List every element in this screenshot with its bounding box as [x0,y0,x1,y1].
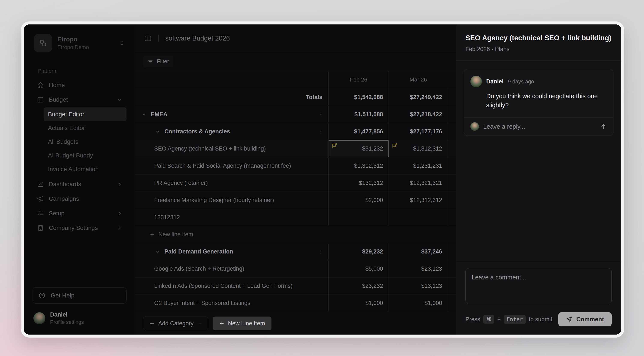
comment-body: Do you think we could negotiate this one… [486,92,607,110]
cell-value[interactable]: $12,321,321 [388,174,448,192]
sidebar-item-all-budgets[interactable]: All Budgets [44,135,126,149]
column-sliver [448,260,456,277]
new-line-item-button[interactable]: New Line Item [212,316,272,330]
profile-settings[interactable]: Daniel Profile settings [32,311,126,325]
panel-toggle-icon[interactable] [144,34,152,43]
cell-value[interactable]: $1,511,088 [328,106,388,123]
kebab-icon[interactable] [318,129,324,134]
cell-value[interactable]: $27,218,422 [388,106,448,123]
sidebar-item-home[interactable]: Home [32,78,126,92]
new-line-item-row-button[interactable]: New line item [135,226,456,243]
column-header-feb[interactable]: Feb 26 [328,71,388,89]
chevron-down-icon[interactable] [155,249,160,255]
group-label[interactable]: EMEA [151,111,168,118]
cell-value[interactable]: $1,000 [388,295,448,312]
sidebar-item-label: Setup [49,210,64,217]
cell-value[interactable]: $2,000 [328,192,388,209]
sidebar-item-label: Company Settings [49,225,98,231]
cell-value[interactable]: $1,312,312 [328,157,388,174]
line-item-label[interactable]: Google Ads (Search + Retargeting) [135,260,328,277]
group-label-cell: Paid Demand Generation [135,243,328,260]
org-text: Etropo Etropo Demo [58,36,114,50]
org-switcher[interactable]: Etropo Etropo Demo [32,34,126,52]
sidebar-item-label: AI Budget Buddy [48,152,93,159]
cell-value[interactable]: $5,000 [328,260,388,277]
cell-value[interactable]: $29,232 [328,243,388,260]
sidebar-item-company-settings[interactable]: Company Settings [32,221,126,235]
budget-subnav: Budget Editor Actuals Editor All Budgets… [44,107,126,176]
sidebar-item-setup[interactable]: Setup [32,206,126,221]
line-item-label[interactable]: Freelance Marketing Designer (hourly ret… [135,192,328,209]
cmd-keycap: ⌘ [483,315,494,324]
cell-value[interactable]: $1,231,231 [388,157,448,174]
reply-submit-button[interactable] [600,123,607,130]
comment-header: Daniel 9 days ago [470,76,607,87]
cell-value[interactable]: $37,246 [388,243,448,260]
line-item-label[interactable]: LinkedIn Ads (Sponsored Content + Lead G… [135,277,328,294]
get-help-label: Get Help [51,292,74,299]
cell-value[interactable]: $13,123 [388,277,448,294]
sidebar-item-budget[interactable]: Budget [32,92,126,107]
line-item-label[interactable]: SEO Agency (technical SEO + link buildin… [135,140,328,157]
sidebar-item-label: Campaigns [49,195,79,202]
line-item-label[interactable]: Paid Search & Paid Social Agency (manage… [135,157,328,174]
cell-value[interactable]: $23,232 [328,277,388,294]
sidebar-item-invoice-automation[interactable]: Invoice Automation [44,162,126,176]
comment-submit-button[interactable]: Comment [558,312,612,326]
line-item-label[interactable]: G2 Buyer Intent + Sponsored Listings [135,295,328,312]
get-help-button[interactable]: Get Help [32,287,126,304]
sidebar-item-label: Invoice Automation [48,166,99,173]
column-sliver [448,71,456,89]
cell-value[interactable]: $1,000 [328,295,388,312]
reply-input[interactable]: Leave a reply... [483,123,596,130]
sidebar-item-label: Home [49,82,65,89]
group-label[interactable]: Paid Demand Generation [164,248,233,255]
chevron-down-icon[interactable] [155,129,160,134]
panel-subtitle: Feb 2026 · Plans [466,46,612,53]
sidebar-item-label: Dashboards [49,181,81,188]
sidebar-item-actuals-editor[interactable]: Actuals Editor [44,121,126,135]
cell-value-empty[interactable] [328,209,388,226]
home-icon [37,82,44,89]
cell-value[interactable]: $1,312,312 [388,140,448,157]
add-category-button[interactable]: Add Category [143,316,208,330]
kebab-icon[interactable] [318,112,324,117]
table-footer: Add Category New Line Item [135,312,456,334]
comment-flag-icon[interactable] [392,143,398,149]
sidebar-item-budget-editor[interactable]: Budget Editor [44,107,126,121]
totals-feb: $1,542,088 [328,89,388,106]
reply-row: Leave a reply... [464,117,613,135]
table-row-group-emea: EMEA $1,511,088 $27,218,422 [135,106,456,123]
hint-suffix: to submit [529,316,552,323]
filter-button[interactable]: Filter [143,56,174,67]
hint-prefix: Press [466,316,480,323]
kebab-icon[interactable] [318,249,324,255]
submit-hint: Press ⌘ + Enter to submit [466,315,552,324]
panel-title: SEO Agency (technical SEO + link buildin… [466,34,612,42]
table-row-g2-buyer-intent: G2 Buyer Intent + Sponsored Listings $1,… [135,295,456,312]
chevron-down-icon[interactable] [141,112,147,117]
plus-icon [150,232,155,237]
comment-author: Daniel [486,78,504,85]
cell-value[interactable]: $132,312 [328,174,388,192]
cell-value[interactable]: $23,123 [388,260,448,277]
cell-value-empty[interactable] [388,209,448,226]
line-item-label[interactable]: PR Agency (retainer) [135,174,328,192]
comment-input[interactable] [466,268,612,304]
comment-panel-header: SEO Agency (technical SEO + link buildin… [456,25,621,61]
cell-value[interactable]: $27,177,176 [388,123,448,140]
comment-flag-icon[interactable] [332,143,338,149]
table-header-row: Feb 26 Mar 26 [135,71,456,89]
cell-value[interactable]: $12,312,312 [388,192,448,209]
sidebar-item-ai-budget-buddy[interactable]: AI Budget Buddy [44,149,126,162]
table-row-totals: Totals $1,542,088 $27,249,422 [135,89,456,106]
sidebar-item-campaigns[interactable]: Campaigns [32,192,126,206]
campaigns-icon [37,195,44,203]
line-item-label[interactable]: 12312312 [135,209,328,226]
sidebar-item-dashboards[interactable]: Dashboards [32,177,126,192]
cell-value[interactable]: $1,477,856 [328,123,388,140]
column-header-mar[interactable]: Mar 26 [388,71,448,89]
new-line-item-row-label: New line item [158,231,193,238]
group-label[interactable]: Contractors & Agencies [164,128,230,135]
cell-value-selected[interactable]: $31,232 [328,140,388,157]
